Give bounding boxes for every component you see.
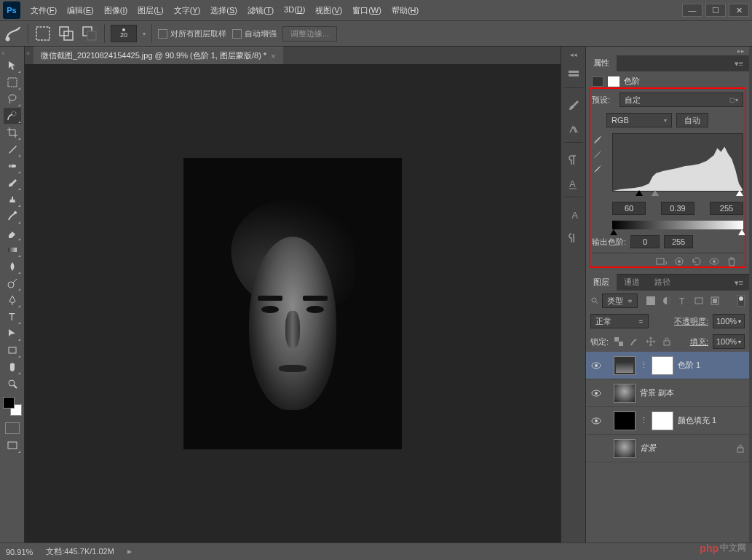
gray-point-eyedropper-icon[interactable]	[592, 148, 603, 159]
tab-图层[interactable]: 图层	[586, 274, 617, 291]
layer-row[interactable]: ⋮色阶 1	[586, 352, 749, 379]
brush-tool[interactable]	[4, 175, 21, 191]
visibility-eye-icon[interactable]	[590, 443, 602, 454]
zoom-tool[interactable]	[4, 376, 21, 392]
zoom-level[interactable]: 90.91%	[6, 548, 33, 556]
close-button[interactable]: ✕	[729, 4, 749, 17]
layers-panel-menu-icon[interactable]: ▾≡	[729, 275, 749, 291]
layer-thumbnail[interactable]	[614, 439, 636, 458]
menu-文字[interactable]: 文字(Y)	[170, 2, 205, 19]
quick-mask-toggle[interactable]	[5, 422, 20, 434]
maximize-button[interactable]: ☐	[705, 4, 726, 17]
visibility-eye-icon[interactable]	[590, 387, 602, 399]
output-white-slider[interactable]	[738, 229, 745, 235]
menu-窗口[interactable]: 窗口(W)	[348, 2, 386, 19]
menu-编辑[interactable]: 编辑(E)	[63, 2, 98, 19]
document-tab[interactable]: 微信截图_20210824154425.jpg @ 90.9% (色阶 1, 图…	[33, 47, 283, 64]
lock-all-icon[interactable]	[661, 336, 673, 347]
refine-edge-button[interactable]: 调整边缘...	[282, 26, 337, 42]
healing-brush-tool[interactable]	[4, 158, 21, 174]
preset-dropdown[interactable]: 自定▢▾	[620, 92, 743, 107]
menu-选择[interactable]: 选择(S)	[206, 2, 242, 19]
layer-thumbnail[interactable]	[614, 411, 636, 430]
path-selection-tool[interactable]	[4, 326, 21, 342]
brush-preset-picker[interactable]: 20	[111, 25, 137, 42]
histogram[interactable]	[612, 133, 743, 192]
paragraph-panel-icon[interactable]	[564, 151, 583, 169]
white-level-input[interactable]	[710, 202, 743, 215]
pen-tool[interactable]	[4, 292, 21, 308]
doc-info[interactable]: 文档:445.7K/1.02M	[46, 546, 114, 557]
filter-shape-icon[interactable]	[693, 295, 705, 307]
color-swatches[interactable]	[3, 397, 22, 416]
rectangle-tool[interactable]	[4, 342, 21, 358]
history-panel-icon[interactable]	[564, 66, 583, 83]
layer-thumbnail[interactable]	[614, 384, 636, 403]
close-tab-icon[interactable]: ×	[271, 52, 275, 60]
current-tool-icon[interactable]	[4, 25, 22, 42]
menu-滤镜[interactable]: 滤镜(T)	[243, 2, 278, 19]
output-black-input[interactable]	[630, 235, 660, 248]
channel-dropdown[interactable]: RGB▾	[606, 113, 672, 127]
lock-position-icon[interactable]	[645, 336, 657, 347]
dodge-tool[interactable]	[4, 275, 21, 291]
lasso-tool[interactable]	[4, 91, 21, 107]
layer-row[interactable]: 背景	[586, 435, 749, 462]
layer-row[interactable]: ⋮颜色填充 1	[586, 407, 749, 435]
layer-name[interactable]: 背景	[640, 443, 732, 454]
opacity-label[interactable]: 不透明度:	[674, 316, 708, 327]
filter-toggle[interactable]	[737, 295, 745, 307]
layer-row[interactable]: 背景 副本	[586, 379, 749, 407]
brush-panel-icon[interactable]	[564, 97, 583, 114]
output-black-slider[interactable]	[610, 229, 617, 235]
layer-name[interactable]: 颜色填充 1	[678, 415, 745, 426]
view-previous-icon[interactable]	[673, 256, 685, 267]
panel-menu-icon[interactable]: ▾≡	[729, 56, 749, 71]
menu-视图[interactable]: 视图(V)	[311, 2, 347, 19]
output-white-input[interactable]	[664, 235, 693, 248]
auto-enhance-checkbox[interactable]: 自动增强	[232, 28, 277, 39]
status-menu-chevron[interactable]: ▶	[127, 548, 132, 555]
black-point-eyedropper-icon[interactable]	[592, 133, 603, 145]
character-panel-icon[interactable]: A	[564, 175, 583, 192]
new-selection-icon[interactable]	[34, 25, 52, 42]
character-styles-icon[interactable]: A	[564, 206, 583, 224]
lock-image-icon[interactable]	[629, 336, 641, 347]
history-brush-tool[interactable]	[4, 208, 21, 224]
sample-all-layers-checkbox[interactable]: 对所有图层取样	[158, 28, 226, 39]
expand-dock-button[interactable]: ◂◂	[561, 51, 585, 60]
fill-label[interactable]: 填充:	[690, 336, 708, 347]
marquee-tool[interactable]	[4, 74, 21, 90]
menu-文件[interactable]: 文件(F)	[26, 2, 61, 19]
menu-帮助[interactable]: 帮助(H)	[387, 2, 423, 19]
filter-adjustment-icon[interactable]	[661, 295, 673, 307]
input-sliders[interactable]	[612, 190, 743, 199]
eraser-tool[interactable]	[4, 225, 21, 241]
mask-thumbnail[interactable]	[652, 411, 673, 430]
toggle-visibility-icon[interactable]	[708, 256, 720, 267]
visibility-eye-icon[interactable]	[590, 360, 602, 371]
gray-point-slider[interactable]	[652, 190, 659, 196]
tab-路径[interactable]: 路径	[647, 274, 678, 291]
layer-name[interactable]: 色阶 1	[678, 360, 745, 371]
hand-tool[interactable]	[4, 359, 21, 375]
white-point-slider[interactable]	[736, 190, 743, 196]
subtract-selection-icon[interactable]	[81, 25, 98, 42]
foreground-color-swatch[interactable]	[3, 397, 15, 409]
auto-button[interactable]: 自动	[676, 113, 708, 127]
opacity-input[interactable]: 100%▾	[713, 314, 745, 328]
type-tool[interactable]: T	[4, 309, 21, 325]
crop-tool[interactable]	[4, 125, 21, 141]
blur-tool[interactable]	[4, 259, 21, 275]
filter-type-icon[interactable]: T	[677, 295, 689, 307]
black-level-input[interactable]	[612, 202, 646, 215]
brush-presets-panel-icon[interactable]	[564, 120, 583, 138]
layer-thumbnail[interactable]	[614, 356, 636, 375]
minimize-button[interactable]: —	[682, 4, 702, 17]
clip-to-layer-icon[interactable]	[656, 256, 668, 267]
eyedropper-tool[interactable]	[4, 141, 21, 157]
quick-selection-tool[interactable]	[4, 108, 21, 124]
reset-icon[interactable]	[691, 256, 702, 267]
clone-stamp-tool[interactable]	[4, 192, 21, 208]
tab-通道[interactable]: 通道	[617, 274, 647, 291]
